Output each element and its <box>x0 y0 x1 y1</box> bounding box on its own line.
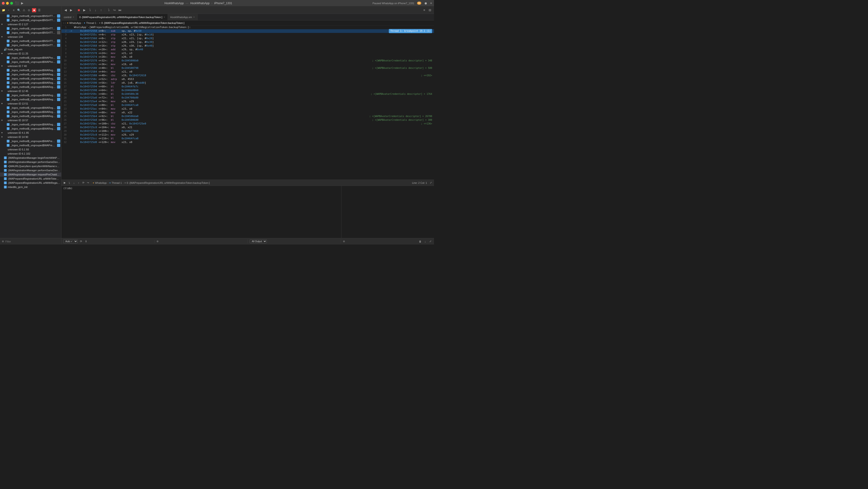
tab-0[interactable]: control✕ <box>61 14 77 20</box>
output-type-select[interactable]: All Output <box>250 239 267 243</box>
list-item[interactable]: i_logos_method$_ungrouped$WAPreparedRegi… <box>0 139 61 143</box>
console-down-icon[interactable]: ↓ <box>423 240 427 243</box>
warning-icon[interactable]: ⚠ <box>22 8 26 12</box>
list-item[interactable]: 🔊hook_reg.xm <box>0 47 61 52</box>
list-item[interactable]: ▼unknown ID 14 90 <box>0 135 61 139</box>
left-filter-input[interactable] <box>5 240 59 243</box>
step-inst-icon[interactable]: ⤵ <box>106 8 111 12</box>
console-info-icon[interactable]: ℹ <box>84 240 88 243</box>
tab-close-icon[interactable]: ✕ <box>193 16 195 18</box>
list-item[interactable]: ▼unknown ID 4.1 85 <box>0 131 61 135</box>
auto-select[interactable]: Auto ✓ <box>63 239 78 243</box>
console-filter1[interactable] <box>160 240 246 243</box>
close-button[interactable] <box>2 2 5 5</box>
list-item[interactable]: i_logos_method$_ungrouped$WARegistration… <box>0 110 61 114</box>
list-item[interactable]: unknown ID 6.1 102 <box>0 152 61 156</box>
console-output[interactable]: (lldb) <box>61 186 341 238</box>
console-jump[interactable]: ↪ <box>86 181 90 185</box>
console-filter2[interactable] <box>346 240 417 243</box>
bp-icon[interactable]: ⊙ <box>27 8 31 12</box>
list-item[interactable]: ▼unknown ID 12 45 <box>0 89 61 93</box>
pause-icon[interactable]: ■ <box>32 8 36 12</box>
list-item[interactable]: i-[WARegistrationManager beginFetchWithP… <box>0 156 61 160</box>
list-item[interactable]: ▼unknown ID 2 127 <box>0 22 61 26</box>
list-item[interactable]: i-[WARegistrationManager requestPreChatd… <box>0 172 61 176</box>
console-maximize-icon[interactable]: ⤢ <box>428 240 432 243</box>
list-item[interactable]: i_logos_method$_ungrouped$WARegistration… <box>0 85 61 89</box>
step-over-icon[interactable]: ⤵ <box>88 8 92 12</box>
console-step-out[interactable]: ↑ <box>77 181 81 185</box>
play-icon[interactable]: ▶ <box>20 1 24 6</box>
title-bar-center: HookWhatsApp — HookWhatsApp › iPhone7_13… <box>26 2 371 5</box>
list-item[interactable]: i-[WARegistrationManager performSameDevi… <box>0 160 61 164</box>
list-item[interactable]: i_logos_method$_ungrouped$WARegistration… <box>0 80 61 85</box>
console-step-into[interactable]: ↓ <box>72 181 76 185</box>
list-item[interactable]: i_logos_method$_ungrouped$WAPreparedRegi… <box>0 143 61 148</box>
nav-back-icon[interactable]: ◀ <box>63 8 68 12</box>
list-item[interactable]: i-[WARegistrationManager performSameDevi… <box>0 168 61 172</box>
list-item[interactable]: i_logos_method$_ungrouped$WARegistration… <box>0 93 61 97</box>
console-reload-icon[interactable]: ⟳ <box>79 240 83 243</box>
step-into-icon[interactable]: ↓ <box>93 8 98 12</box>
console-trash-icon[interactable]: 🗑 <box>418 240 422 243</box>
add-button[interactable]: + <box>430 1 432 5</box>
list-item[interactable]: i_logos_method$_ungrouped$NSHTTPURLRespo… <box>0 31 61 35</box>
list-item[interactable]: i_logos_method$_ungrouped$WARegistration… <box>0 106 61 110</box>
breadcrumb-frame: 0 -[WAPreparedRegistrationURL urlWithReg… <box>101 22 184 24</box>
folder-icon[interactable]: 📁 <box>1 8 6 12</box>
list-item[interactable]: i_logos_method$_ungrouped$WAPhoneInputVi… <box>0 60 61 64</box>
list-item[interactable]: i-[WAPreparedRegistrationURL urlWithToke… <box>0 176 61 181</box>
list-item[interactable]: i_logos_method$_ungrouped$WARegistration… <box>0 72 61 76</box>
maximize-button[interactable] <box>10 2 13 5</box>
tab-close-icon[interactable]: ✕ <box>163 16 165 18</box>
console-play-icon[interactable]: ▶ <box>63 181 66 185</box>
list-item[interactable]: i_logos_method$_ungrouped$WARegistration… <box>0 76 61 80</box>
list-item[interactable]: ▼unknown ID 11 25 <box>0 52 61 56</box>
step-pause-icon[interactable]: ⏹ <box>76 8 81 12</box>
record-icon[interactable]: ⏺ <box>424 1 427 5</box>
search-icon[interactable]: 🔍 <box>17 8 21 12</box>
list-item[interactable]: ▼unknown ID 18 57 <box>0 118 61 122</box>
line-code: 0x1043f25cc <+116>: bl 0x10464fca8 <box>73 137 434 140</box>
list-item[interactable]: i_logos_method$_ungrouped$WARegistration… <box>0 127 61 131</box>
split-view-icon[interactable]: ⊟ <box>428 8 432 12</box>
window-icon[interactable]: ⬛ <box>15 1 19 6</box>
tab-2[interactable]: HookWhatsApp.xm✕ <box>168 14 197 20</box>
list-item[interactable]: i_logos_method$_ungrouped$NSHTTPURLRespo… <box>0 43 61 47</box>
list-item[interactable]: i_logos_method$_ungrouped$WAPhoneInputVi… <box>0 56 61 60</box>
breadcrumb-arrow-right[interactable]: › <box>65 21 66 25</box>
list-item[interactable]: i+[WAURLQueryItem queryItemWithName:valu… <box>0 164 61 168</box>
minus-icon[interactable]: － <box>6 8 11 12</box>
list-item[interactable]: i_logos_method$_ungrouped$WARegistration… <box>0 97 61 101</box>
list-item-label: hook_reg.xm <box>8 48 60 51</box>
list-item[interactable]: i_logos_method$_ungrouped$NSHTTPURLRespo… <box>0 18 61 22</box>
list-item[interactable]: i_logos_method$_ungrouped$NSHTTPURLRespo… <box>0 14 61 18</box>
list-item[interactable]: ▼unknown 134 <box>0 35 61 39</box>
list-item[interactable]: i_logos_method$_ungrouped$NSHTTPURLRespo… <box>0 26 61 31</box>
list-view-icon[interactable]: ≡ <box>422 8 427 12</box>
reorder-icon[interactable]: ≡ <box>11 8 16 12</box>
minimize-button[interactable] <box>6 2 9 5</box>
list-item[interactable]: ▼unknown ID 7 40 <box>0 64 61 68</box>
tab-1[interactable]: 0 -[WAPreparedRegistrationURL urlWithReg… <box>77 14 168 20</box>
step-inst-over-icon[interactable]: ↪ <box>112 8 117 12</box>
list-icon[interactable]: ☰ <box>37 8 41 12</box>
jump-icon[interactable]: ⏭ <box>118 8 122 12</box>
list-item[interactable]: i-[WAPreparedRegistrationURL urlWithRegi… <box>0 181 61 185</box>
console-step-over[interactable]: ⤵ <box>67 181 71 185</box>
list-item[interactable]: unknown ID 5.1 93 <box>0 148 61 152</box>
console-refresh[interactable]: ⟳ <box>82 181 85 185</box>
list-item-label: _logos_method$_ungrouped$WARegistrationM… <box>10 110 56 113</box>
console-expand-icon[interactable]: ⤢ <box>429 181 433 185</box>
breadcrumb-arrow-left[interactable]: ‹ <box>63 21 64 25</box>
list-item[interactable]: i_logos_method$_ungrouped$WARegistration… <box>0 68 61 72</box>
list-item[interactable]: ▼unknown ID 13 51 <box>0 101 61 106</box>
list-item[interactable]: i_logos_method$_ungrouped$WARegistration… <box>0 114 61 118</box>
list-item[interactable]: i_logos_method$_ungrouped$WARegistration… <box>0 122 61 127</box>
nav-fwd-icon[interactable]: ▶ <box>69 8 73 12</box>
step-out-icon[interactable]: ↑ <box>99 8 103 12</box>
list-item[interactable]: imbedtls_gcm_init <box>0 185 61 189</box>
list-item[interactable]: i_logos_method$_ungrouped$NSHTTPURLRespo… <box>0 39 61 43</box>
tab-close-icon[interactable]: ✕ <box>72 16 74 18</box>
step-continue-icon[interactable]: ▶ <box>82 8 87 12</box>
